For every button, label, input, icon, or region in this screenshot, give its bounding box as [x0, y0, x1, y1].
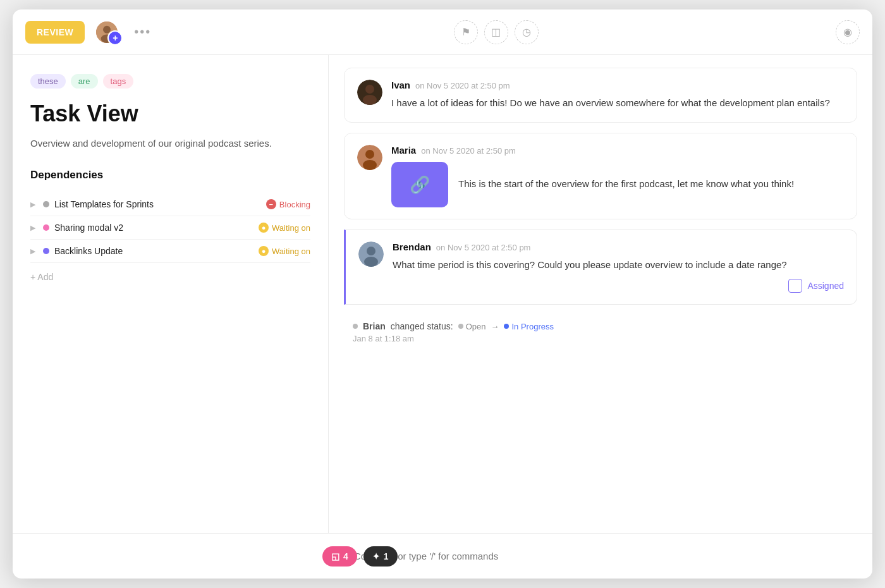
toolbar-right: ◉ [836, 20, 860, 44]
dep-name: Backlinks Update [54, 246, 253, 256]
attachment-preview[interactable]: 🔗 [391, 162, 448, 207]
assigned-row: Assigned [393, 279, 844, 293]
tool-icon: ✦ [372, 551, 380, 561]
top-bar: REVIEW + ••• ⚑ ◫ [13, 9, 872, 55]
figma-icon: ◱ [331, 551, 339, 561]
comment-time: on Nov 5 2020 at 2:50 pm [436, 243, 531, 252]
arrow-icon: → [491, 322, 499, 331]
comment-header: Maria on Nov 5 2020 at 2:50 pm [391, 145, 844, 156]
comment-author: Ivan [391, 80, 410, 90]
clock-icon: ◷ [522, 26, 531, 38]
dependencies-heading: Dependencies [30, 169, 310, 181]
dep-status: ● Waiting on [259, 246, 310, 256]
calendar-icon: ◫ [491, 26, 501, 38]
right-panel: Ivan on Nov 5 2020 at 2:50 pm I have a l… [329, 55, 872, 533]
pill-count-2: 1 [384, 551, 389, 561]
svg-point-11 [364, 257, 378, 267]
avatar-ivan [357, 80, 382, 105]
status-timestamp: Jan 8 at 1:18 am [353, 334, 848, 343]
dependency-item-2[interactable]: ▶ Backlinks Update ● Waiting on [30, 240, 310, 263]
dep-status-label: Waiting on [272, 223, 310, 233]
dep-name: List Templates for Sprints [54, 199, 261, 209]
comment-time: on Nov 5 2020 at 2:50 pm [415, 81, 510, 90]
dep-status: ● Waiting on [259, 223, 310, 233]
tag-these[interactable]: these [30, 74, 66, 89]
comment-body-ivan: Ivan on Nov 5 2020 at 2:50 pm I have a l… [391, 80, 844, 111]
comment-text: This is the start of the overview for th… [458, 176, 794, 192]
main-content: these are tags Task View Overview and de… [13, 55, 872, 533]
comment-input[interactable] [354, 551, 860, 561]
pill-count-1: 4 [343, 551, 348, 561]
comment-card-brendan: Brendan on Nov 5 2020 at 2:50 pm What ti… [344, 230, 857, 305]
svg-point-5 [363, 95, 377, 105]
comment-text: What time period is this covering? Could… [393, 257, 844, 273]
comment-time: on Nov 5 2020 at 2:50 pm [421, 146, 516, 156]
dep-status-label: Blocking [279, 200, 310, 209]
chevron-icon: ▶ [30, 224, 38, 232]
svg-point-4 [365, 85, 374, 94]
app-window: REVIEW + ••• ⚑ ◫ [13, 9, 872, 579]
attachment-icon: 🔗 [410, 175, 430, 195]
more-options-button[interactable]: ••• [129, 22, 156, 42]
waiting-icon: ● [259, 223, 269, 233]
blocking-icon: – [266, 199, 276, 209]
bottom-bar: ◱ 4 ✦ 1 [13, 533, 872, 579]
dependency-item-0[interactable]: ▶ List Templates for Sprints – Blocking [30, 193, 310, 216]
assigned-label: Assigned [807, 281, 844, 291]
comment-card-maria: Maria on Nov 5 2020 at 2:50 pm 🔗 This is… [344, 133, 857, 219]
tags-row: these are tags [30, 74, 310, 89]
svg-point-8 [363, 160, 377, 170]
svg-point-10 [367, 247, 375, 255]
dep-status-label: Waiting on [272, 247, 310, 256]
comment-author: Brendan [393, 242, 431, 252]
pill-figma-button[interactable]: ◱ 4 [322, 546, 357, 567]
review-button[interactable]: REVIEW [25, 21, 85, 44]
flag-button[interactable]: ⚑ [454, 20, 478, 44]
svg-point-7 [365, 150, 374, 159]
avatar-brendan [358, 242, 384, 267]
to-label: In Progress [511, 322, 553, 331]
avatar-group: + [95, 20, 119, 44]
status-to: In Progress [504, 322, 553, 331]
tag-are[interactable]: are [71, 74, 98, 89]
assigned-checkbox[interactable] [788, 279, 802, 293]
status-actor: Brian [363, 321, 386, 331]
calendar-button[interactable]: ◫ [484, 20, 508, 44]
add-member-button[interactable]: + [107, 30, 123, 46]
chevron-icon: ▶ [30, 200, 38, 209]
left-panel: these are tags Task View Overview and de… [13, 55, 329, 533]
comment-text: I have a lot of ideas for this! Do we ha… [391, 95, 844, 111]
dependency-item-1[interactable]: ▶ Sharing modal v2 ● Waiting on [30, 216, 310, 240]
add-dependency-button[interactable]: + Add [30, 272, 53, 282]
eye-icon: ◉ [843, 26, 852, 38]
task-description: Overview and development of our original… [30, 136, 310, 151]
task-title: Task View [30, 100, 310, 127]
toolbar-icons: ⚑ ◫ ◷ [454, 20, 539, 44]
inprogress-dot [504, 324, 509, 329]
dep-dot [43, 248, 49, 254]
pill-tool-button[interactable]: ✦ 1 [363, 546, 398, 567]
open-dot [458, 324, 463, 329]
dep-dot [43, 224, 49, 231]
chevron-icon: ▶ [30, 247, 38, 255]
tag-tags[interactable]: tags [103, 74, 134, 89]
from-label: Open [466, 322, 486, 331]
avatar-maria [357, 145, 382, 170]
status-from: Open [458, 322, 486, 331]
bottom-pills: ◱ 4 ✦ 1 [322, 546, 398, 567]
status-dot [353, 324, 358, 329]
status-action: changed status: [391, 321, 453, 331]
waiting-icon: ● [259, 246, 269, 256]
dep-dot [43, 201, 49, 207]
comment-input-area[interactable] [354, 551, 860, 561]
comment-header: Ivan on Nov 5 2020 at 2:50 pm [391, 80, 844, 90]
plus-icon: + [113, 34, 118, 42]
status-change-line: Brian changed status: Open → In Progress [353, 321, 848, 331]
comment-header: Brendan on Nov 5 2020 at 2:50 pm [393, 242, 844, 252]
comment-author: Maria [391, 145, 416, 156]
eye-button[interactable]: ◉ [836, 20, 860, 44]
dep-name: Sharing modal v2 [54, 223, 253, 233]
comment-body-brendan: Brendan on Nov 5 2020 at 2:50 pm What ti… [393, 242, 844, 293]
flag-icon: ⚑ [461, 26, 470, 38]
clock-button[interactable]: ◷ [515, 20, 539, 44]
